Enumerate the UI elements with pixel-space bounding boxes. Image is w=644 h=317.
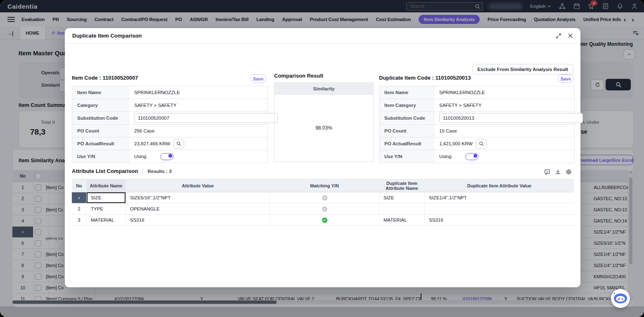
dup-attribute-name-cell: MATERIAL [379,215,424,225]
field-label: PO Count [72,125,129,137]
app-screen: Caidentia English 4 [0,0,644,317]
field-label: Item Name [379,86,434,99]
item-name-value: SPRINKLERNOZZLE [129,86,268,99]
similarity-value: 98.03% [275,95,373,161]
substitution-code-input[interactable] [439,113,583,123]
matching-cell [270,215,379,225]
check-circle-icon [322,218,327,223]
attribute-value-cell: OPENANGLE [125,203,270,214]
po-count-value: 15 Case [434,125,574,137]
field-label: Category [72,99,129,111]
category-value: SAFETY > SAFETY [129,99,268,111]
item-code-title: Item Code : 110100520007 [72,75,138,81]
col-dup-attribute-name: Duplicate Item Attribute Name [379,180,424,192]
field-label: PO ActualResult [72,137,129,150]
save-button-right[interactable]: Save [558,74,574,83]
attribute-name-cell: MATERIAL [86,215,125,225]
field-label: Substitution Code [379,112,434,124]
chevron-right-icon: › [78,195,80,200]
search-icon [176,141,181,146]
col-attribute-value: Attribute Value [125,180,270,192]
check-circle-icon [322,195,327,201]
row-no: 3 [72,215,86,225]
similarity-column-header: Similarity [275,83,373,95]
download-icon[interactable] [555,169,561,175]
duplicate-item-info-table: Item Name SPRINKLERNOZZLE Item Category … [379,86,575,163]
modal-header: Duplicate Item Comparison [65,28,580,44]
attribute-value-cell: SIZE5/16".1/2"NPT [125,192,270,203]
attribute-comparison-table: No Attribute Name Attribute Value Matchi… [72,179,574,226]
po-actual-result-value: 23,827,466 KRW [134,141,170,146]
item-name-value: SPRINKLERNOZZLE [434,86,574,99]
attribute-value-cell: SS316 [125,215,270,225]
field-label: Item Name [72,86,129,99]
row-no: 2 [72,203,86,214]
row-selected-arrow-cell: › [72,192,86,203]
po-actual-result-value: 1,421,000 KRW [439,141,473,146]
col-no: No [72,180,86,192]
field-label: Item Category [379,99,434,111]
field-label: Use Y/N [72,150,129,163]
exclude-from-similarity-button[interactable]: Exclude From Similarity Analysis Result [472,64,573,74]
col-attribute-name: Attribute Name [86,180,125,192]
title-divider: | [142,168,143,174]
attribute-name-cell: TYPE [86,203,125,214]
attribute-table-header: No Attribute Name Attribute Value Matchi… [72,179,574,192]
attribute-list-title: Attribute List Comparison [72,168,138,174]
dup-attribute-name-cell [379,203,424,214]
attribute-name-cell-focused[interactable]: SIZE [86,192,125,203]
matching-cell [270,192,379,203]
matching-cell [270,203,379,214]
use-toggle[interactable] [160,153,173,160]
modal-title: Duplicate Item Comparison [72,33,142,39]
comparison-result-title: Comparison Result [274,73,323,79]
use-toggle[interactable] [465,153,478,160]
col-matching-yn: Matching Y/N [270,180,379,192]
chatbot-button[interactable] [611,289,630,308]
col-dup-attribute-value: Duplicate Item Attribute Value [424,180,574,192]
close-icon[interactable] [568,33,573,39]
lookup-button[interactable] [476,139,487,149]
field-label: PO Count [379,125,434,137]
duplicate-item-comparison-modal: Duplicate Item Comparison Exclude From S… [65,28,580,287]
chatbot-icon [614,293,627,303]
category-value: SAFETY > SAFETY [434,99,574,111]
use-yn-value: Using [134,154,146,159]
dup-attribute-value-cell [424,203,574,214]
comparison-result-table: Similarity 98.03% [274,83,374,162]
use-yn-value: Using [439,154,451,159]
dup-attribute-value-cell: SIZE1/4".1/2"NPT [424,192,574,203]
save-button-left[interactable]: Save [250,74,266,83]
item-info-table: Item Name SPRINKLERNOZZLE Category SAFET… [72,86,268,163]
duplicate-item-code-title: Duplicate Item Code : 110100520013 [379,75,471,81]
field-label: Use Y/N [379,150,434,163]
expand-icon[interactable] [556,33,561,39]
check-circle-icon [322,206,327,212]
dup-attribute-value-cell: SS316 [424,215,574,225]
results-count: Results : 3 [147,169,171,174]
po-count-value: 256 Case [129,125,268,137]
attribute-row[interactable]: 3 MATERIAL SS316 MATERIAL SS316 [72,215,574,226]
dup-attribute-name-cell: SIZE [379,192,424,203]
lookup-button[interactable] [173,139,184,149]
attribute-row[interactable]: 2 TYPE OPENANGLE [72,203,574,215]
field-label: Substitution Code [72,112,129,124]
search-icon [479,141,484,146]
tooltip-icon[interactable] [544,169,550,175]
attribute-row[interactable]: › SIZE SIZE5/16".1/2"NPT SIZE SIZE1/4".1… [72,192,574,203]
substitution-code-input[interactable] [134,113,278,123]
field-label: PO ActualResult [379,137,434,150]
gear-icon[interactable] [566,169,572,175]
